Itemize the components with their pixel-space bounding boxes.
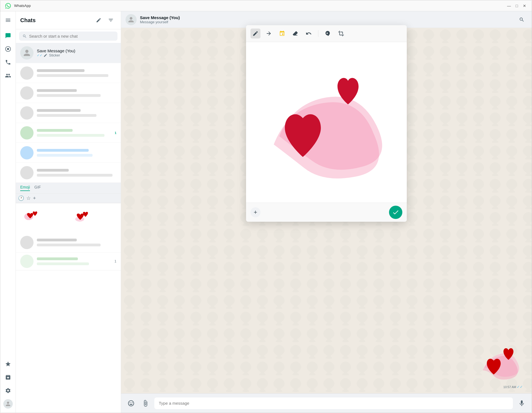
- search-icon: [22, 34, 27, 38]
- chat-count: 1: [114, 259, 116, 263]
- chat-item-placeholder-2[interactable]: [16, 83, 121, 103]
- search-chat-button[interactable]: [516, 14, 527, 25]
- clock-icon-btn[interactable]: 🕐: [18, 195, 24, 201]
- chat-item-placeholder-6[interactable]: [16, 163, 121, 183]
- sticker-item-2[interactable]: [69, 205, 99, 230]
- sticker-msg-time: 10:57 AM ✓✓: [479, 385, 523, 389]
- sticker-grid: [16, 203, 121, 233]
- chat-item-placeholder-8[interactable]: 1: [16, 252, 121, 270]
- calls-icon-btn[interactable]: [2, 57, 14, 68]
- editor-toolbar: [246, 25, 407, 42]
- status-icon-btn[interactable]: [2, 43, 14, 55]
- image-editor: +: [246, 25, 407, 222]
- arrow-tool-button[interactable]: [264, 29, 274, 38]
- chat-item-placeholder-5[interactable]: [16, 143, 121, 163]
- placeholder-line: [37, 74, 108, 77]
- placeholder-line: [37, 94, 101, 97]
- placeholder-avatar-8: [20, 255, 34, 268]
- undo-button[interactable]: [304, 29, 314, 38]
- placeholder-lines-4: [37, 129, 116, 137]
- chat-item-placeholder-7[interactable]: [16, 233, 121, 252]
- sticker-msg-img[interactable]: [479, 340, 523, 384]
- maximize-button[interactable]: □: [514, 3, 520, 9]
- starred-icon-btn[interactable]: [2, 358, 14, 370]
- placeholder-line: [37, 244, 101, 246]
- sidebar-title: Chats: [20, 17, 36, 24]
- crop-button[interactable]: [336, 29, 346, 38]
- chat-item-placeholder-4[interactable]: 1: [16, 123, 121, 143]
- communities-icon-btn[interactable]: [2, 70, 14, 81]
- placeholder-line: [37, 69, 85, 72]
- editor-footer: +: [246, 203, 407, 222]
- message-input[interactable]: [154, 397, 513, 409]
- chat-header-name: Save Message (You): [140, 15, 513, 20]
- sticker-picker-icons-row: 🕐 ☆ +: [16, 193, 121, 203]
- placeholder-line: [37, 149, 89, 152]
- toolbar-divider: [318, 30, 318, 37]
- app-window: WhatsApp — □ ✕: [0, 0, 532, 413]
- pen-tool-button[interactable]: [250, 29, 260, 38]
- chat-list: Save Message (You) ✓✓ Sticker: [16, 43, 121, 413]
- emoji-button[interactable]: [126, 398, 137, 409]
- placeholder-line: [37, 129, 73, 132]
- placeholder-avatar-4: [20, 126, 34, 140]
- message-ticks: ✓✓: [517, 385, 523, 389]
- placeholder-avatar-1: [20, 66, 34, 80]
- menu-icon-btn[interactable]: [2, 15, 14, 26]
- voice-message-button[interactable]: [516, 398, 527, 409]
- unread-badge: 1: [115, 131, 116, 135]
- placeholder-line: [37, 169, 69, 172]
- emoji-tab[interactable]: Emoji: [20, 185, 30, 191]
- sticker-item-1[interactable]: [18, 205, 48, 230]
- search-input[interactable]: [29, 34, 114, 38]
- new-chat-button[interactable]: [93, 15, 104, 26]
- chat-input-bar: [121, 393, 532, 413]
- sidebar: Chats: [16, 11, 121, 413]
- star-icon-btn[interactable]: ☆: [26, 195, 31, 201]
- chat-info-save: Save Message (You) ✓✓ Sticker: [37, 48, 116, 57]
- placeholder-line: [37, 89, 77, 92]
- close-button[interactable]: ✕: [522, 3, 527, 9]
- sidebar-header: Chats: [16, 11, 121, 29]
- eraser-tool-button[interactable]: [290, 29, 300, 38]
- editor-add-button[interactable]: +: [250, 207, 260, 217]
- attach-button[interactable]: [140, 398, 151, 409]
- placeholder-lines-1: [37, 69, 116, 77]
- placeholder-avatar-5: [20, 146, 34, 159]
- chat-header-status: Message yourself: [140, 20, 513, 24]
- editor-canvas: [246, 42, 407, 203]
- gif-tab[interactable]: GIF: [34, 185, 41, 191]
- chat-item-placeholder-3[interactable]: [16, 103, 121, 123]
- highlight-tool-button[interactable]: [277, 29, 287, 38]
- placeholder-lines-3: [37, 109, 116, 117]
- search-box[interactable]: [19, 32, 117, 41]
- filter-button[interactable]: [105, 15, 116, 26]
- chat-preview-save: ✓✓ Sticker: [37, 53, 116, 57]
- settings-icon-btn[interactable]: [2, 385, 14, 396]
- minimize-button[interactable]: —: [506, 3, 512, 9]
- chat-item-placeholder-1[interactable]: [16, 63, 121, 83]
- chat-item-save-message[interactable]: Save Message (You) ✓✓ Sticker: [16, 43, 121, 63]
- message-time-text: 10:57 AM: [503, 385, 516, 389]
- sticker-add-button[interactable]: [323, 29, 333, 38]
- placeholder-lines-8: [37, 257, 111, 265]
- placeholder-line: [37, 257, 78, 260]
- icon-bar-bottom: [2, 358, 14, 409]
- chat-header-actions: [516, 14, 527, 25]
- chat-avatar-save: [20, 46, 34, 60]
- editor-send-button[interactable]: [389, 206, 402, 219]
- icon-bar: [0, 11, 16, 413]
- chats-icon-btn[interactable]: [2, 30, 14, 41]
- check-ticks: ✓✓: [37, 53, 42, 57]
- svg-point-1: [7, 48, 9, 50]
- chat-header-avatar: [126, 14, 137, 25]
- sidebar-search: [16, 29, 121, 43]
- add-sticker-icon-btn[interactable]: +: [33, 195, 36, 201]
- archived-icon-btn[interactable]: [2, 372, 14, 383]
- placeholder-avatar-6: [20, 166, 34, 179]
- editor-caption-input[interactable]: [264, 210, 386, 215]
- placeholder-lines-5: [37, 149, 116, 157]
- icon-bar-top: [2, 15, 14, 358]
- profile-icon-btn[interactable]: [2, 398, 14, 409]
- placeholder-line: [37, 154, 93, 157]
